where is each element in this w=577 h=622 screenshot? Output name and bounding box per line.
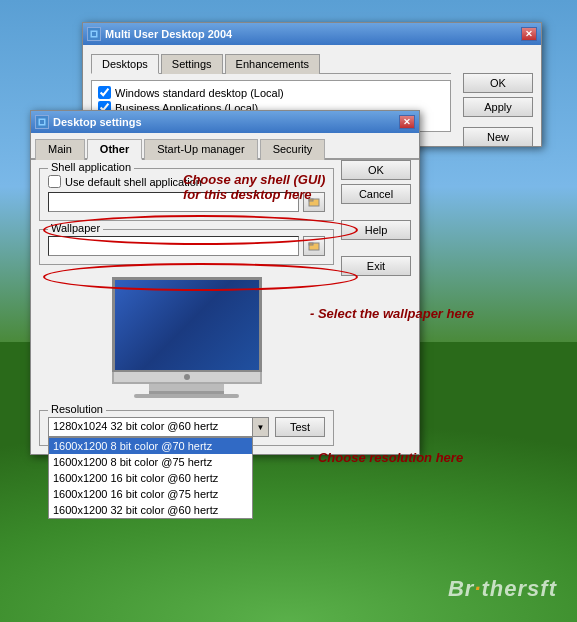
tab-main[interactable]: Main bbox=[35, 139, 85, 160]
svg-rect-1 bbox=[92, 32, 96, 36]
settings-window: Desktop settings ✕ Main Other Start-Up m… bbox=[30, 110, 420, 455]
tab-desktops[interactable]: Desktops bbox=[91, 54, 159, 74]
svg-rect-7 bbox=[309, 243, 313, 245]
settings-tab-bar: Main Other Start-Up manager Security bbox=[31, 133, 419, 160]
main-close-button[interactable]: ✕ bbox=[521, 27, 537, 41]
desktop-label-1: Windows standard desktop (Local) bbox=[115, 87, 284, 99]
monitor-preview bbox=[39, 273, 334, 406]
tab-other[interactable]: Other bbox=[87, 139, 142, 160]
tab-enhancements[interactable]: Enhancements bbox=[225, 54, 320, 74]
settings-title: Desktop settings bbox=[53, 116, 142, 128]
settings-ok-button[interactable]: OK bbox=[341, 160, 411, 180]
resolution-row: 1280x1024 32 bit color @60 hertz ▼ 1600x… bbox=[48, 417, 325, 437]
settings-cancel-button[interactable]: Cancel bbox=[341, 184, 411, 204]
watermark: Br·thersft bbox=[448, 576, 557, 602]
resolution-dropdown-list[interactable]: 1600x1200 8 bit color @70 hertz 1600x120… bbox=[48, 437, 253, 519]
monitor-foot bbox=[134, 394, 239, 398]
monitor-base bbox=[149, 384, 224, 394]
wallpaper-browse-button[interactable] bbox=[303, 236, 325, 256]
main-tab-bar: Desktops Settings Enhancements bbox=[91, 53, 451, 74]
tab-settings[interactable]: Settings bbox=[161, 54, 223, 74]
monitor bbox=[112, 277, 262, 398]
wallpaper-group-label: Wallpaper bbox=[48, 222, 103, 234]
new-button[interactable]: New bbox=[463, 127, 533, 147]
main-window-icon bbox=[87, 27, 101, 41]
settings-icon bbox=[35, 115, 49, 129]
ok-button[interactable]: OK bbox=[463, 73, 533, 93]
settings-side-buttons: OK Cancel Help Exit bbox=[341, 160, 411, 276]
wallpaper-path-input[interactable]: C:\Program Files\Multi User Desktop 2004… bbox=[48, 236, 299, 256]
dropdown-item[interactable]: 1600x1200 8 bit color @75 hertz bbox=[49, 454, 252, 470]
main-window-controls: ✕ bbox=[521, 27, 537, 41]
settings-close-button[interactable]: ✕ bbox=[399, 115, 415, 129]
wallpaper-group: Wallpaper C:\Program Files\Multi User De… bbox=[39, 229, 334, 265]
shell-group: Shell application Use default shell appl… bbox=[39, 168, 334, 221]
desktop-checkbox-1[interactable] bbox=[98, 86, 111, 99]
shell-path-input[interactable]: C:\Program Files\3DNA\3DNA_Desktop.exe bbox=[48, 192, 299, 212]
main-window-title: Multi User Desktop 2004 bbox=[105, 28, 232, 40]
list-item: Windows standard desktop (Local) bbox=[96, 85, 446, 100]
monitor-screen bbox=[112, 277, 262, 372]
settings-help-button[interactable]: Help bbox=[341, 220, 411, 240]
shell-checkbox-label: Use default shell application bbox=[65, 176, 202, 188]
svg-rect-5 bbox=[309, 199, 313, 201]
resolution-dropdown-arrow[interactable]: ▼ bbox=[252, 418, 268, 436]
resolution-group: Resolution 1280x1024 32 bit color @60 he… bbox=[39, 410, 334, 446]
monitor-bezel bbox=[112, 372, 262, 384]
shell-path-row: C:\Program Files\3DNA\3DNA_Desktop.exe bbox=[48, 192, 325, 212]
shell-group-label: Shell application bbox=[48, 161, 134, 173]
resolution-combobox[interactable]: 1280x1024 32 bit color @60 hertz ▼ bbox=[48, 417, 269, 437]
tab-startup[interactable]: Start-Up manager bbox=[144, 139, 257, 160]
test-button[interactable]: Test bbox=[275, 417, 325, 437]
wallpaper-path-row: C:\Program Files\Multi User Desktop 2004… bbox=[48, 236, 325, 256]
monitor-dot bbox=[184, 374, 190, 380]
resolution-selected-text: 1280x1024 32 bit color @60 hertz bbox=[49, 418, 252, 436]
main-window-titlebar[interactable]: Multi User Desktop 2004 ✕ bbox=[83, 23, 541, 45]
settings-titlebar[interactable]: Desktop settings ✕ bbox=[31, 111, 419, 133]
dropdown-item[interactable]: 1600x1200 8 bit color @70 hertz bbox=[49, 438, 252, 454]
tab-security[interactable]: Security bbox=[260, 139, 326, 160]
settings-exit-button[interactable]: Exit bbox=[341, 256, 411, 276]
shell-browse-button[interactable] bbox=[303, 192, 325, 212]
dropdown-item[interactable]: 1600x1200 16 bit color @60 hertz bbox=[49, 470, 252, 486]
dropdown-item[interactable]: 1600x1200 16 bit color @75 hertz bbox=[49, 486, 252, 502]
shell-checkbox[interactable] bbox=[48, 175, 61, 188]
shell-checkbox-row: Use default shell application bbox=[48, 175, 325, 188]
dropdown-item[interactable]: 1600x1200 32 bit color @60 hertz bbox=[49, 502, 252, 518]
resolution-group-label: Resolution bbox=[48, 403, 106, 415]
svg-rect-3 bbox=[40, 120, 44, 124]
apply-button[interactable]: Apply bbox=[463, 97, 533, 117]
screen-inner bbox=[115, 280, 259, 370]
